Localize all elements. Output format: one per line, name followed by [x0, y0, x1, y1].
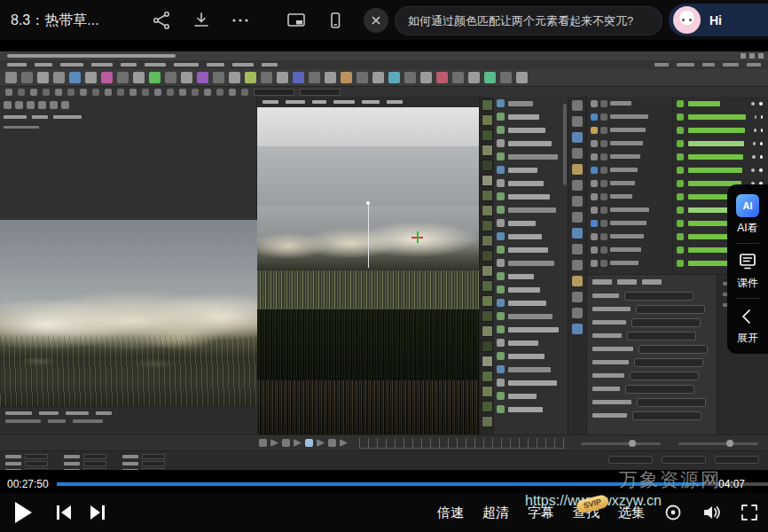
c4d-icon-blur — [591, 140, 598, 147]
ai-watch-label: AI看 — [737, 221, 757, 236]
material-thumb — [482, 160, 493, 171]
attrs-row — [587, 289, 717, 302]
c4d-text-blur — [688, 168, 742, 173]
c4d-text-blur — [32, 115, 48, 119]
c4d-text-blur — [508, 247, 548, 253]
speed-button[interactable]: 倍速 — [437, 505, 464, 521]
c4d-text-blur — [122, 462, 138, 466]
c4d-text-blur — [617, 279, 637, 285]
manager-row — [587, 137, 672, 150]
object-row — [494, 349, 568, 363]
c4d-icon-blur — [600, 260, 607, 267]
c4d-text-row — [5, 419, 252, 423]
c4d-field — [300, 89, 341, 96]
video-surface[interactable] — [0, 40, 768, 479]
volume-icon[interactable] — [701, 503, 721, 522]
expand-label: 展开 — [737, 331, 758, 346]
previous-icon[interactable] — [54, 503, 74, 522]
c4d-titlebar — [0, 51, 768, 60]
manager-row — [587, 97, 672, 110]
danmaku-settings-icon[interactable] — [663, 503, 683, 522]
c4d-icon-blur — [591, 246, 598, 254]
c4d-icon-blur — [497, 272, 505, 280]
c4d-icon-blur — [37, 72, 49, 83]
c4d-icon-blur — [192, 89, 199, 96]
viewport-grass-lit — [257, 270, 479, 309]
object-row — [494, 270, 568, 283]
attrs-field — [637, 398, 706, 407]
fullscreen-icon[interactable] — [740, 503, 759, 522]
ai-watch-button[interactable]: AI AI看 — [736, 194, 759, 236]
panel-tab-icon — [572, 100, 583, 111]
c4d-icon-blur — [133, 72, 145, 83]
more-icon[interactable] — [230, 10, 251, 31]
material-thumb — [482, 129, 493, 141]
c4d-text-blur — [508, 234, 542, 239]
object-row — [494, 230, 568, 243]
material-thumb — [482, 205, 493, 216]
c4d-icon-blur — [497, 219, 505, 227]
c4d-icon-blur — [142, 89, 149, 96]
c4d-icon-blur — [677, 140, 684, 147]
c4d-mini-toolbar — [4, 101, 69, 109]
c4d-icon-blur — [340, 439, 348, 447]
pip-icon[interactable] — [286, 10, 307, 31]
coord-column — [122, 454, 165, 470]
c4d-icon-blur — [197, 72, 208, 83]
c4d-text-blur — [508, 181, 544, 186]
coord-row — [122, 454, 165, 459]
c4d-icon-blur — [497, 153, 505, 160]
coord-row — [5, 461, 48, 466]
courseware-button[interactable]: 课件 — [737, 251, 758, 291]
close-icon[interactable] — [364, 8, 388, 33]
c4d-icon-blur — [305, 439, 313, 447]
user-chip[interactable]: Hi — [669, 4, 768, 36]
c4d-icon-blur — [600, 207, 607, 214]
c4d-icon-blur — [497, 166, 505, 174]
visibility-dot — [753, 142, 756, 145]
object-row — [494, 176, 568, 190]
material-thumb — [482, 235, 493, 246]
search-box[interactable]: 如何通过颜色匹配让两个元素看起来不突兀? — [395, 6, 662, 35]
episodes-button[interactable]: 选集 — [618, 505, 645, 521]
panel-tab-icon — [572, 244, 583, 254]
share-icon[interactable] — [151, 10, 172, 31]
c4d-icon-blur — [600, 220, 607, 227]
c4d-text-blur — [64, 462, 80, 466]
c4d-icon-blur — [677, 113, 684, 121]
c4d-text-blur — [39, 411, 59, 415]
c4d-icon-blur — [497, 232, 505, 240]
object-row — [494, 97, 568, 110]
coord-row — [64, 461, 106, 466]
c4d-icon-blur — [105, 89, 112, 96]
download-icon[interactable] — [191, 10, 212, 31]
portrait-mode-icon[interactable] — [325, 10, 346, 31]
coord-field — [83, 461, 106, 466]
topbar: 8.3：热带草... 如何通过颜色匹配让两个元素看起来不突兀? Hi — [0, 0, 768, 40]
search-query-text: 如何通过颜色匹配让两个元素看起来不突兀? — [396, 13, 646, 29]
material-thumb — [482, 416, 493, 427]
material-thumb — [482, 250, 493, 262]
attrs-tabs — [587, 275, 717, 289]
c4d-text-blur — [508, 274, 534, 279]
attrs-field — [624, 292, 694, 301]
subtitle-button[interactable]: 字幕 — [528, 505, 554, 521]
c4d-toolbar — [0, 69, 768, 87]
c4d-status-bar — [0, 450, 768, 470]
panel-tab-icon — [572, 132, 583, 143]
c4d-icon-blur — [600, 180, 607, 187]
manager-row — [587, 176, 672, 190]
c4d-text-blur — [610, 207, 649, 212]
c4d-text-blur — [610, 168, 638, 172]
c4d-text-blur — [610, 141, 643, 145]
play-icon[interactable] — [15, 502, 32, 523]
c4d-icon-blur — [600, 113, 607, 121]
progress-bar[interactable] — [57, 482, 768, 486]
quality-button[interactable]: 超清 — [482, 505, 509, 521]
next-icon[interactable] — [88, 503, 107, 522]
c4d-text-blur — [592, 333, 622, 338]
c4d-icon-blur — [325, 72, 336, 83]
expand-button[interactable]: 展开 — [737, 306, 758, 346]
c4d-icon-blur — [4, 101, 12, 109]
c4d-text-blur — [60, 63, 83, 66]
